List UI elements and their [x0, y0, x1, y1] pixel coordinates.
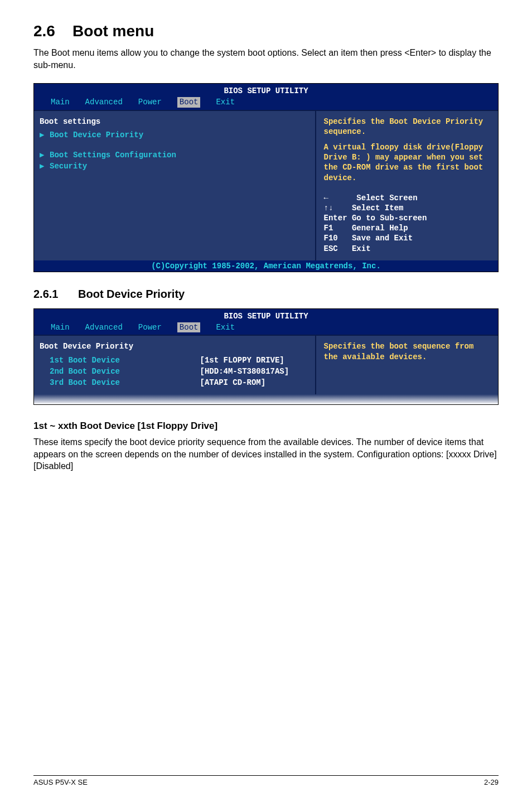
bios-utility-title: BIOS SETUP UTILITY: [34, 310, 498, 322]
tab-power[interactable]: Power: [138, 322, 162, 332]
legend-esc: ESC Exit: [324, 244, 490, 254]
key-legend: ← Select Screen ↑↓ Select Item Enter Go …: [324, 193, 490, 254]
menu-item-label: Boot Device Priority: [50, 130, 306, 140]
intro-paragraph: The Boot menu items allow you to change …: [33, 47, 499, 71]
setting-2nd-boot-device[interactable]: 2nd Boot Device [HDD:4M-ST380817AS]: [40, 366, 306, 376]
bios-utility-title: BIOS SETUP UTILITY: [34, 85, 498, 97]
menu-item-boot-device-priority[interactable]: ▶ Boot Device Priority: [40, 130, 306, 140]
bios-panels: Boot settings ▶ Boot Device Priority ▶ B…: [34, 110, 498, 260]
bios-right-panel: Specifies the Boot Device Priority seque…: [316, 111, 498, 260]
setting-value: [1st FLOPPY DRIVE]: [200, 355, 306, 365]
bios-tabs: Main Advanced Power Boot Exit: [34, 97, 498, 109]
legend-f10: F10 Save and Exit: [324, 233, 490, 243]
boot-settings-header: Boot settings: [40, 117, 306, 127]
help-description-1: Specifies the Boot Device Priority seque…: [324, 117, 490, 137]
bios-topbar: BIOS SETUP UTILITY Main Advanced Power B…: [34, 84, 498, 109]
submenu-arrow-icon: ▶: [40, 150, 50, 160]
fade-gradient: [34, 394, 498, 404]
bios-screenshot-boot-device-priority: BIOS SETUP UTILITY Main Advanced Power B…: [33, 308, 499, 405]
tab-boot[interactable]: Boot: [177, 97, 201, 107]
setting-label: 2nd Boot Device: [50, 366, 200, 376]
setting-value: [HDD:4M-ST380817AS]: [200, 366, 306, 376]
tab-power[interactable]: Power: [138, 97, 162, 107]
legend-select-item: ↑↓ Select Item: [324, 203, 490, 213]
tab-advanced[interactable]: Advanced: [85, 322, 123, 332]
help-description: Specifies the boot sequence from the ava…: [324, 341, 490, 361]
submenu-arrow-icon: ▶: [40, 161, 50, 171]
legend-select-screen: ← Select Screen: [324, 193, 490, 203]
legend-enter: Enter Go to Sub-screen: [324, 213, 490, 223]
setting-1st-boot-device[interactable]: 1st Boot Device [1st FLOPPY DRIVE]: [40, 355, 306, 365]
tab-main[interactable]: Main: [51, 97, 70, 107]
menu-item-boot-settings-configuration[interactable]: ▶ Boot Settings Configuration: [40, 150, 306, 160]
bios-topbar: BIOS SETUP UTILITY Main Advanced Power B…: [34, 309, 498, 335]
tab-advanced[interactable]: Advanced: [85, 97, 123, 107]
help-description-2: A virtual floopy disk drive(Floppy Drive…: [324, 142, 490, 183]
bios-left-panel: Boot settings ▶ Boot Device Priority ▶ B…: [34, 111, 316, 260]
section-heading: 2.6 Boot menu: [33, 22, 499, 40]
tab-main[interactable]: Main: [51, 322, 70, 332]
boot-device-priority-header: Boot Device Priority: [40, 341, 306, 351]
menu-item-label: Security: [50, 161, 306, 171]
bios-right-panel: Specifies the boot sequence from the ava…: [316, 336, 498, 394]
menu-item-label: Boot Settings Configuration: [50, 150, 306, 160]
footer-product: ASUS P5V-X SE: [33, 778, 88, 786]
setting-value: [ATAPI CD-ROM]: [200, 378, 306, 388]
subsection-title-text: Boot Device Priority: [78, 288, 185, 300]
tab-exit[interactable]: Exit: [216, 322, 235, 332]
setting-3rd-boot-device[interactable]: 3rd Boot Device [ATAPI CD-ROM]: [40, 378, 306, 388]
bios-copyright: (C)Copyright 1985-2002, American Megatre…: [34, 260, 498, 272]
tab-exit[interactable]: Exit: [216, 97, 235, 107]
bios-screenshot-boot-settings: BIOS SETUP UTILITY Main Advanced Power B…: [33, 83, 499, 272]
footer-page-number: 2-29: [484, 778, 499, 786]
section-title-text: Boot menu: [72, 22, 154, 40]
bios-panels: Boot Device Priority 1st Boot Device [1s…: [34, 335, 498, 394]
menu-item-security[interactable]: ▶ Security: [40, 161, 306, 171]
submenu-arrow-icon: ▶: [40, 130, 50, 140]
bios-tabs: Main Advanced Power Boot Exit: [34, 322, 498, 335]
legend-f1: F1 General Help: [324, 223, 490, 233]
tab-boot[interactable]: Boot: [177, 322, 201, 332]
setting-detail-paragraph: These items specify the boot device prio…: [33, 436, 499, 472]
setting-label: 3rd Boot Device: [50, 378, 200, 388]
subsection-number: 2.6.1: [33, 288, 78, 301]
section-number: 2.6: [33, 22, 55, 40]
bios-left-panel: Boot Device Priority 1st Boot Device [1s…: [34, 336, 316, 394]
page-footer: ASUS P5V-X SE 2-29: [33, 775, 499, 786]
setting-label: 1st Boot Device: [50, 355, 200, 365]
setting-detail-heading: 1st ~ xxth Boot Device [1st Floppy Drive…: [33, 421, 499, 432]
subsection-heading: 2.6.1Boot Device Priority: [33, 288, 499, 301]
